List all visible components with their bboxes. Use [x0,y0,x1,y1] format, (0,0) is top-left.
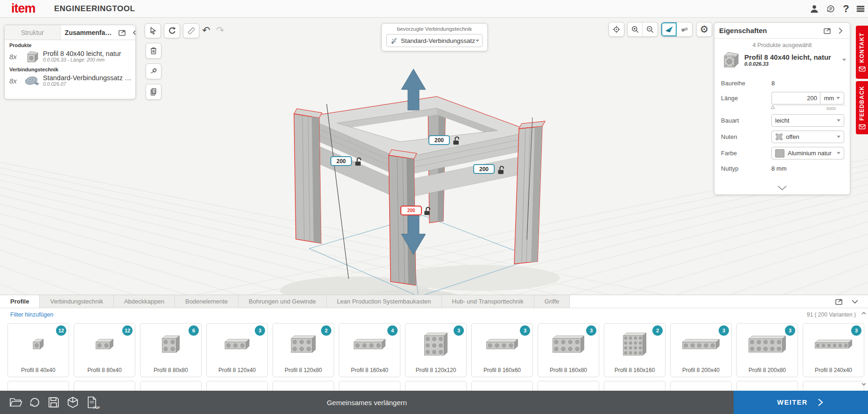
user-icon[interactable] [808,3,820,15]
product-card[interactable]: 2Profil 8 160x160 [604,323,665,377]
reset-icon[interactable] [27,394,42,410]
save-icon[interactable] [46,394,62,410]
product-card-partial[interactable] [803,381,864,391]
dimension-label[interactable]: 200 [473,164,495,174]
copy-icon[interactable] [146,84,161,100]
laenge-slider-track[interactable] [771,105,846,105]
tab-griffe[interactable]: Griffe [534,295,570,308]
popout-icon[interactable] [834,297,844,306]
product-card-partial[interactable] [604,381,665,391]
add-filter-link[interactable]: Filter hinzufügen [10,311,53,318]
dimension-label-editing[interactable]: 200 [400,206,422,215]
settings-icon[interactable]: ⚙ [696,22,712,37]
product-card-partial[interactable] [670,381,732,391]
list-item-connector[interactable]: 8x Standard-Verbindungssatz … 0.0.026.07 [9,73,135,89]
tab-struktur[interactable]: Struktur [5,25,61,40]
weiter-button[interactable]: WEITER [734,391,868,414]
product-card[interactable]: 6Profil 8 80x80 [140,323,202,377]
undo-icon[interactable]: ↶ [202,25,210,35]
expand-more-icon[interactable] [714,184,850,192]
delete-icon[interactable] [146,43,161,59]
product-card-partial[interactable] [736,381,798,391]
zoom-out-icon[interactable] [643,22,658,36]
laenge-slider-marker[interactable] [770,103,775,111]
preferred-connection-select[interactable]: Standard-Verbindungssatz [386,34,483,47]
cube-icon[interactable] [65,394,81,410]
product-card[interactable]: 3Profil 8 200x80 [736,323,798,377]
rotate-view-icon[interactable] [164,23,180,38]
preferred-connection-card: bevorzugte Verbindungstechnik Standard-V… [381,23,488,51]
pdf-export-icon[interactable]: PDF [84,394,100,410]
solid-view-icon[interactable] [661,22,677,36]
item-logo[interactable]: item [11,1,35,16]
collapse-right-icon[interactable] [836,26,845,35]
tab-bohrungen-und-gewinde[interactable]: Bohrungen und Gewinde [238,295,327,308]
product-card-partial[interactable] [206,381,268,391]
menu-icon[interactable] [854,3,867,15]
profile-leg-left[interactable] [294,109,322,243]
eraser-icon[interactable] [677,22,692,36]
product-card-partial[interactable] [538,381,599,391]
lock-open-icon[interactable] [354,157,364,166]
laenge-unit-select[interactable]: mm [820,92,844,104]
selected-product[interactable]: Profil 8 40x40 leicht, natur 0.0.026.33 [720,50,846,69]
connector-icon[interactable] [146,63,161,79]
tab-zusammenfassung[interactable]: Zusammenfa… [61,25,116,40]
product-card[interactable]: 3Profil 8 200x40 [670,323,732,377]
product-card-partial[interactable] [471,381,533,391]
zoom-in-icon[interactable] [628,22,643,36]
product-card-partial[interactable] [74,381,135,391]
tab-hub-und-transport[interactable]: Hub- und Transporttechnik [442,295,534,308]
kontakt-tab[interactable]: KONTAKT [856,26,868,79]
color-swatch [775,149,784,158]
field-label: Farbe [721,150,771,157]
profile-leg-right[interactable] [514,121,545,264]
product-card[interactable]: 4Profil 8 160x40 [339,323,400,377]
product-card-partial[interactable] [7,381,69,391]
list-item-profile[interactable]: 8x Profil 8 40x40 leicht, natur 0.0.026.… [9,48,135,64]
bauart-select[interactable]: leicht [771,114,844,127]
product-card-partial[interactable] [273,381,334,391]
section-heading: Verbindungstechnik [9,67,135,72]
product-card-partial[interactable] [405,381,467,391]
collapse-left-icon[interactable] [131,28,136,37]
lock-open-icon[interactable] [452,136,462,145]
tab-lean-production[interactable]: Lean Production Systembaukasten [327,295,442,308]
app-header: item ENGINEERINGTOOL ? [0,0,868,18]
product-card[interactable]: 3Profil 8 120x120 [405,323,467,377]
feedback-tab[interactable]: FEEDBACK [856,81,868,134]
product-card-partial[interactable] [140,381,202,391]
product-card[interactable]: 3Profil 8 240x40 [803,323,864,377]
nuten-select[interactable]: offen [771,131,844,143]
tab-verbindungstechnik[interactable]: Verbindungstechnik [40,295,113,308]
product-card-partial[interactable] [339,381,400,391]
top-frame[interactable] [304,97,532,199]
product-card[interactable]: 2Profil 8 120x80 [273,323,334,377]
popout-icon[interactable] [118,28,127,37]
dimension-label[interactable]: 200 [428,135,450,145]
product-card[interactable]: 3Profil 8 160x60 [471,323,533,377]
collapse-panel-icon[interactable] [850,297,860,306]
tab-bodenelemente[interactable]: Bodenelemente [175,295,238,308]
laenge-input[interactable] [771,92,820,104]
measure-icon[interactable] [183,23,199,38]
restore-session-icon[interactable] [825,3,837,15]
product-card[interactable]: 12Profil 8 80x40 [74,323,135,377]
lock-open-icon[interactable] [497,165,506,175]
open-project-icon[interactable] [7,394,23,410]
lock-open-icon[interactable] [423,206,433,216]
popout-icon[interactable] [823,26,832,35]
select-cursor-icon[interactable] [145,23,161,38]
product-card[interactable]: 12Profil 8 40x40 [7,323,69,377]
redo-icon[interactable]: ↷ [216,25,224,35]
farbe-select[interactable]: Aluminium natur [771,147,844,159]
scroll-down-icon[interactable] [861,381,867,387]
dimension-label[interactable]: 200 [330,156,352,166]
product-card[interactable]: 3Profil 8 120x40 [206,323,268,377]
center-view-icon[interactable] [609,22,624,37]
product-card[interactable]: 3Profil 8 160x80 [538,323,599,377]
scroll-up-icon[interactable] [861,310,867,317]
tab-profile[interactable]: Profile [0,295,40,308]
tab-abdeckkappen[interactable]: Abdeckkappen [114,295,175,308]
help-icon[interactable]: ? [840,3,852,15]
